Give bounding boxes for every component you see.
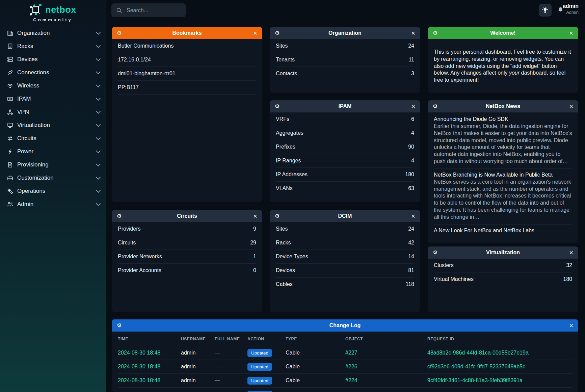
object-type: Cable — [286, 364, 300, 369]
widget-title: Circuits — [112, 213, 262, 219]
gear-icon[interactable]: ⚙ — [275, 104, 280, 109]
sidebar-item-wireless[interactable]: Wireless — [0, 79, 106, 92]
search-input[interactable] — [126, 7, 181, 14]
close-icon[interactable]: × — [569, 30, 573, 36]
stat-value[interactable]: 14 — [408, 254, 414, 260]
close-icon[interactable]: × — [411, 213, 415, 219]
stat-value[interactable]: 3 — [411, 71, 414, 77]
stat-value[interactable]: 4 — [411, 158, 414, 164]
netbox-logo-icon — [29, 3, 42, 16]
user-menu[interactable]: admin Admin — [563, 3, 579, 15]
object-link[interactable]: #227 — [345, 350, 357, 356]
bookmark-item[interactable]: PP:B117 — [118, 81, 256, 95]
full-name: — — [215, 350, 220, 356]
object-link[interactable]: #226 — [345, 364, 357, 369]
widget-title: DCIM — [270, 213, 420, 219]
gear-icon[interactable]: ⚙ — [117, 30, 122, 36]
sidebar-item-organization[interactable]: Organization — [0, 26, 106, 40]
change-log-table: TIMEUSERNAMEFULL NAMEACTIONTYPEOBJECTREQ… — [118, 332, 572, 392]
bookmark-item[interactable]: dmi01-binghamton-rtr01 — [118, 67, 256, 81]
users-icon — [6, 201, 14, 208]
close-icon[interactable]: × — [569, 322, 573, 329]
stat-label: Contacts — [276, 71, 297, 77]
stat-label: Devices — [276, 267, 295, 273]
stat-label: Providers — [118, 226, 141, 232]
theme-toggle-button[interactable] — [539, 4, 552, 17]
stat-value[interactable]: 180 — [563, 276, 572, 282]
gear-icon[interactable]: ⚙ — [433, 30, 437, 36]
widget-title: Welcome! — [428, 30, 578, 36]
sidebar-item-label: Power — [17, 148, 97, 155]
action-badge: Updated — [247, 391, 272, 392]
stat-value[interactable]: 24 — [408, 43, 414, 49]
stat-row: Sites24 — [276, 222, 414, 236]
stat-rows: Sites24Tenants11Contacts3 — [270, 39, 420, 80]
object-link[interactable]: #224 — [345, 377, 357, 383]
column-header: OBJECT — [345, 332, 427, 346]
stat-value[interactable]: 1 — [253, 254, 256, 260]
sidebar-item-devices[interactable]: Devices — [0, 53, 106, 66]
time-link[interactable]: 2024-08-30 18:48 — [118, 364, 160, 369]
sidebar-item-circuits[interactable]: Circuits — [0, 132, 106, 145]
stat-value[interactable]: 11 — [408, 57, 414, 63]
gear-icon[interactable]: ⚙ — [433, 104, 437, 109]
close-icon[interactable]: × — [411, 30, 415, 36]
sidebar-item-racks[interactable]: Racks — [0, 40, 106, 53]
sidebar-item-ipam[interactable]: 10IPAM — [0, 92, 106, 105]
stat-value[interactable]: 24 — [408, 226, 414, 232]
search-box[interactable] — [111, 3, 186, 17]
news-headline-link[interactable]: A New Look For NetBox and NetBox Labs — [434, 228, 572, 234]
sidebar-item-operations[interactable]: Operations — [0, 184, 106, 198]
news-headline-link[interactable]: NetBox Branching is Now Available in Pub… — [434, 172, 572, 178]
stat-label: Aggregates — [276, 130, 303, 136]
gear-icon[interactable]: ⚙ — [117, 323, 122, 328]
request-id-link[interactable]: cf92d3e6-d09d-41fc-9fd7-52337649ab5c — [427, 364, 525, 369]
stat-row: Circuits29 — [118, 236, 256, 250]
object-type: Cable — [286, 350, 300, 356]
stat-value[interactable]: 90 — [408, 144, 414, 150]
request-id-link[interactable]: 48ad8b2c-986d-44fd-81ca-00d55b27e19a — [427, 350, 529, 356]
close-icon[interactable]: × — [411, 103, 415, 110]
sidebar-item-connections[interactable]: Connections — [0, 66, 106, 79]
time-link[interactable]: 2024-08-30 18:48 — [118, 377, 160, 383]
column-header: TIME — [118, 332, 181, 346]
stat-value[interactable]: 32 — [566, 262, 572, 268]
rack-icon — [6, 43, 14, 50]
action-badge: Updated — [247, 363, 272, 371]
sidebar-item-customization[interactable]: Customization — [0, 171, 106, 184]
bookmark-item[interactable]: 172.16.0.1/24 — [118, 53, 256, 67]
stat-value[interactable]: 180 — [405, 172, 414, 178]
stat-value[interactable]: 81 — [408, 267, 414, 273]
close-icon[interactable]: × — [569, 103, 573, 110]
request-id-link[interactable]: 9cf40fdf-3461-4c88-81a3-5feb39f8391a — [427, 377, 523, 383]
stat-value[interactable]: 42 — [408, 240, 414, 246]
sidebar-item-virtualization[interactable]: Virtualization — [0, 119, 106, 132]
close-icon[interactable]: × — [253, 30, 257, 36]
stat-value[interactable]: 118 — [405, 281, 414, 287]
sidebar-item-label: Wireless — [17, 82, 97, 89]
news-headline-link[interactable]: Announcing the Diode Go SDK — [434, 116, 572, 122]
gear-icon[interactable]: ⚙ — [275, 213, 280, 219]
close-icon[interactable]: × — [253, 213, 257, 219]
gear-icon[interactable]: ⚙ — [433, 250, 437, 255]
stat-rows: Clusters32Virtual Machines180 — [428, 259, 578, 286]
stat-value[interactable]: 29 — [250, 240, 256, 246]
netbox-logo[interactable]: netbox Community — [0, 3, 106, 22]
time-link[interactable]: 2024-08-30 18:48 — [118, 350, 160, 356]
sidebar-item-vpn[interactable]: VPN — [0, 105, 106, 119]
sidebar-item-provisioning[interactable]: Provisioning — [0, 158, 106, 171]
sidebar: netbox Community OrganizationRacksDevice… — [0, 0, 106, 392]
stat-value[interactable]: 6 — [411, 116, 414, 122]
gear-icon[interactable]: ⚙ — [117, 213, 122, 219]
widget-organization: ⚙ Organization × Sites24Tenants11Contact… — [270, 27, 420, 93]
sidebar-item-admin[interactable]: Admin — [0, 198, 106, 211]
stat-value[interactable]: 9 — [253, 226, 256, 232]
stat-value[interactable]: 0 — [253, 267, 256, 273]
close-icon[interactable]: × — [569, 249, 573, 256]
news-item: A New Look For NetBox and NetBox Labs — [434, 225, 572, 237]
gear-icon[interactable]: ⚙ — [275, 30, 280, 36]
bookmark-item[interactable]: Butler Communications — [118, 39, 256, 53]
stat-value[interactable]: 63 — [408, 185, 414, 191]
sidebar-item-power[interactable]: Power — [0, 145, 106, 158]
stat-value[interactable]: 4 — [411, 130, 414, 136]
